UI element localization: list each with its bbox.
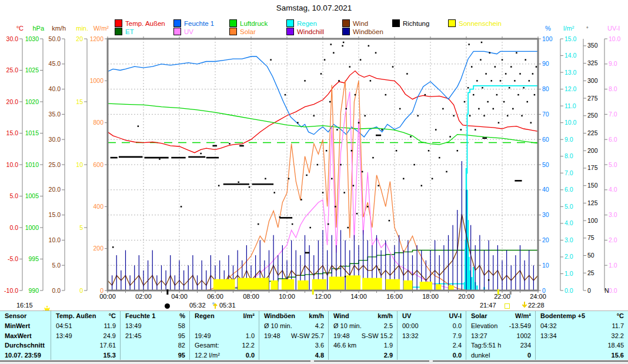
series-regen-rate — [464, 168, 485, 290]
svg-text:0: 0 — [79, 287, 83, 294]
cell-value: km/h — [309, 311, 324, 321]
cell-label: Ø 10 min. — [264, 321, 292, 331]
svg-text:10: 10 — [76, 161, 83, 168]
cell-label: UV — [402, 311, 411, 321]
table-row: 13:3432.2 — [536, 331, 628, 341]
svg-text:16:00: 16:00 — [386, 293, 403, 300]
sunset-label: 21:47 — [480, 302, 496, 309]
svg-text:30.0: 30.0 — [49, 136, 61, 143]
svg-text:1000: 1000 — [90, 77, 104, 84]
svg-text:°C: °C — [16, 25, 24, 32]
moonset-label: 22:28 — [528, 302, 545, 309]
cell-label: Wind — [333, 311, 349, 321]
svg-text:4.0: 4.0 — [609, 186, 617, 193]
column-header: Feuchte 1% — [121, 311, 189, 321]
svg-text:15.0: 15.0 — [6, 129, 19, 136]
table-row: 19:48S-SW 15.2 — [329, 331, 397, 341]
svg-text:600: 600 — [93, 161, 103, 168]
svg-text:1000: 1000 — [25, 224, 39, 231]
table-column-uv: UVUV-I00:000.013:327.92.40.0 — [397, 311, 466, 360]
svg-text:22:00: 22:00 — [494, 293, 510, 300]
cell-value: 12.2 — [242, 340, 255, 350]
svg-text:2.0: 2.0 — [564, 253, 573, 260]
table-column-solar: SolarW/m²Elevation-13.54913:271002Tag:5:… — [466, 311, 535, 360]
svg-text:6.0: 6.0 — [564, 186, 573, 193]
cell-value: % — [179, 311, 185, 321]
cell-value: 4.2 — [315, 321, 324, 331]
table-row: 13:327.9 — [397, 331, 466, 341]
svg-text:40: 40 — [542, 186, 549, 193]
svg-text:30.0: 30.0 — [6, 35, 19, 42]
table-row: 13:271002 — [466, 331, 535, 341]
table-column-feuchte-1: Feuchte 1%13:495821:45958295 — [120, 311, 189, 360]
svg-text:800: 800 — [93, 119, 103, 126]
svg-text:10:00: 10:00 — [279, 293, 295, 300]
axis-min: 05101520min. — [76, 25, 88, 294]
svg-text:50: 50 — [587, 252, 594, 259]
column-header: UVUV-I — [397, 311, 466, 321]
cell-label: Sensor — [5, 311, 26, 321]
cell-value: 7.9 — [453, 331, 462, 341]
svg-text:3.0: 3.0 — [564, 236, 573, 243]
day-length-label: 16:15 — [16, 302, 33, 309]
svg-text:0: 0 — [587, 287, 591, 294]
svg-text:325: 325 — [587, 59, 598, 66]
svg-text:5.0: 5.0 — [9, 192, 18, 199]
svg-text:90: 90 — [542, 60, 549, 67]
svg-text:km/h: km/h — [52, 25, 66, 32]
row-label: MaxWert — [0, 331, 51, 341]
series-richtung — [111, 42, 537, 281]
cell-label: 00:00 — [402, 321, 419, 331]
column-header: Temp. Außen°C — [51, 311, 120, 321]
cell-label: 21:45 — [125, 331, 142, 341]
cell-value: 58 — [178, 321, 185, 331]
weather-chart-plot: -10.0-5.00.05.010.015.020.025.030.0°C990… — [0, 0, 628, 301]
svg-text:5: 5 — [79, 224, 83, 231]
svg-text:350: 350 — [587, 42, 598, 49]
svg-text:10.0: 10.0 — [564, 119, 577, 126]
axis-hpa: 9909951000100510101015102010251030hPa — [25, 25, 45, 294]
svg-text:7.0: 7.0 — [564, 169, 573, 176]
strip-segment — [314, 360, 429, 362]
svg-text:175: 175 — [587, 164, 598, 171]
cell-value: 82 — [178, 340, 185, 350]
cell-label: 13:49 — [125, 321, 142, 331]
svg-text:35.0: 35.0 — [49, 111, 61, 118]
svg-text:10.0: 10.0 — [609, 35, 621, 42]
svg-text:20:00: 20:00 — [458, 293, 475, 300]
cell-label: 13:49 — [56, 331, 72, 341]
cell-label: Bodentemp +5 — [540, 311, 585, 321]
svg-text:50.0: 50.0 — [49, 35, 61, 42]
daily-statistics-table: SensorMinWertMaxWertDurchschnitt10.07. 2… — [0, 310, 628, 361]
svg-text:9.0: 9.0 — [564, 136, 573, 143]
cell-value: 0 — [527, 350, 531, 360]
cell-label: 19:49 — [195, 331, 211, 341]
svg-text:15.0: 15.0 — [49, 211, 61, 218]
cell-value: 95 — [178, 350, 185, 360]
svg-text:20: 20 — [76, 35, 83, 42]
svg-text:225: 225 — [587, 129, 598, 136]
table-column-wind: Windkm/hØ 10 min.2.519:48S-SW 15.246.6 k… — [328, 311, 397, 360]
table-row: 19:491.0 — [190, 331, 259, 341]
cell-value: l/m² — [243, 311, 255, 321]
svg-text:0.0: 0.0 — [609, 287, 617, 294]
cell-label: MaxWert — [5, 331, 32, 341]
cell-value: 18.45 — [607, 340, 624, 350]
table-row: 19:48W-SW 25.7 — [259, 331, 328, 341]
table-row: 2.9 — [329, 350, 397, 360]
svg-text:5.0: 5.0 — [609, 161, 617, 168]
table-row: Elevation-13.549 — [466, 321, 535, 331]
table-row: 82 — [121, 340, 189, 350]
cell-label: 04:51 — [56, 321, 72, 331]
svg-text:hPa: hPa — [32, 25, 44, 32]
svg-text:18:00: 18:00 — [422, 293, 439, 300]
axis-deg: 0N25507510012515017520022525027530032535… — [583, 26, 609, 294]
cell-label: Elevation — [471, 321, 497, 331]
axis-wm2: 020040060080010001200W/m² — [90, 25, 109, 294]
cell-label: 46.6 km — [333, 340, 356, 350]
table-row: 15.6 — [536, 350, 628, 360]
table-row: 04:5111.9 — [51, 321, 120, 331]
cell-label: Tag:5:51 h — [471, 340, 501, 350]
svg-text:12.0: 12.0 — [564, 85, 577, 92]
column-header: Bodentemp +5°C — [536, 311, 628, 321]
